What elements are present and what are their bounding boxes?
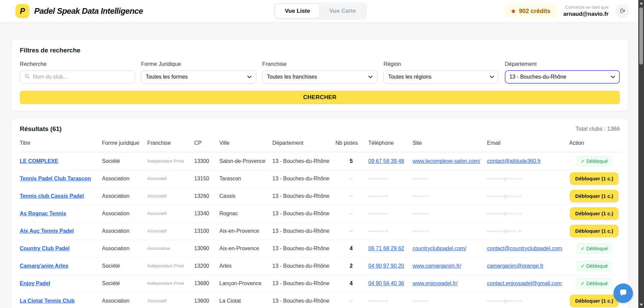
- unlocked-badge: ✓ Débloqué: [576, 156, 612, 167]
- cell-action: Débloquer (1 c.): [569, 170, 621, 187]
- departement-select[interactable]: 13 - Bouches-du-Rhône: [505, 70, 620, 84]
- pistes-value: 4: [350, 246, 353, 251]
- cell-franchise: Indépendant Privé: [147, 275, 194, 292]
- site-link[interactable]: www.camarganim.fr/: [413, 263, 461, 269]
- club-link[interactable]: Camarg'anim Arles: [20, 263, 68, 269]
- unlock-button[interactable]: Débloquer (1 c.): [570, 225, 619, 237]
- search-input[interactable]: [33, 74, 130, 80]
- col-header-action: Action: [569, 140, 621, 152]
- club-link[interactable]: La Ciotat Tennis Club: [20, 298, 74, 304]
- cell-telephone: 04 90 97 90 20: [368, 257, 413, 275]
- scrollbar-down-icon[interactable]: [640, 304, 643, 306]
- cell-nb-pistes: 4: [335, 240, 368, 257]
- club-link[interactable]: As Rognac Tennis: [20, 211, 66, 216]
- cell-titre: Aix Auc Tennis Padel: [20, 222, 102, 240]
- masked-phone: ••••••••••: [368, 299, 389, 304]
- table-row: Tennis Padel Club TarasconAssociationAss…: [20, 170, 621, 187]
- email-link[interactable]: contact@altitude360.fr: [487, 158, 541, 164]
- chevron-down-icon: [611, 74, 615, 80]
- cell-nb-pistes: ••: [335, 222, 368, 240]
- cell-email: contact@altitude360.fr: [487, 152, 569, 170]
- cell-forme-juridique: Association: [102, 170, 147, 187]
- franchise-value: Toutes les franchises: [267, 74, 368, 80]
- phone-link[interactable]: 06 71 68 29 62: [368, 246, 404, 251]
- chat-widget-button[interactable]: [613, 283, 633, 303]
- unlock-button[interactable]: Débloquer (1 c.): [570, 172, 619, 185]
- chat-bubble-icon: [619, 288, 628, 299]
- cell-telephone: ••••••••••: [368, 205, 413, 222]
- club-link[interactable]: Country Club Padel: [20, 246, 69, 251]
- franchise-select[interactable]: Toutes les franchises: [262, 70, 377, 84]
- cell-site: ••••••••: [413, 222, 487, 240]
- cell-forme-juridique: Société: [102, 152, 147, 170]
- view-switcher: Vue Liste Vue Carte: [274, 3, 367, 19]
- table-row: Camarg'anim ArlesSociétéIndépendant Priv…: [20, 257, 621, 275]
- masked-pistes: ••: [349, 299, 353, 304]
- club-link[interactable]: Aix Auc Tennis Padel: [20, 228, 74, 234]
- site-link[interactable]: www.enjoypadel.fr/: [413, 280, 458, 286]
- table-row: La Ciotat Tennis ClubAssociationAssociat…: [20, 292, 621, 308]
- club-link[interactable]: Enjoy Padel: [20, 280, 50, 286]
- site-link[interactable]: www.lecomplexe-salon.com/: [413, 158, 480, 164]
- phone-link[interactable]: 04 90 56 40 36: [368, 280, 404, 286]
- table-row: Enjoy PadelSociétéIndépendant Privé13680…: [20, 275, 621, 292]
- cell-email: ••••••••@••••.••: [487, 205, 569, 222]
- cell-titre: Country Club Padel: [20, 240, 102, 257]
- club-link[interactable]: LE COMPLEXE: [20, 158, 58, 164]
- email-link[interactable]: camarganim@orange.fr: [487, 263, 543, 269]
- cell-departement: 13 - Bouches-du-Rhône: [272, 222, 335, 240]
- cell-ville: Aix-en-Provence: [219, 222, 272, 240]
- chercher-button[interactable]: CHERCHER: [20, 91, 620, 104]
- masked-email: ••••••••@••••.••: [487, 211, 522, 216]
- masked-phone: ••••••••••: [368, 211, 389, 216]
- cell-ville: Lançon-Provence: [219, 275, 272, 292]
- cell-site: ••••••••: [413, 170, 487, 187]
- email-link[interactable]: contact.enjoypadel@gmail.com: [487, 280, 562, 286]
- cell-action: Débloquer (1 c.): [569, 205, 621, 222]
- club-link[interactable]: Tennis club Cassis Padel: [20, 193, 84, 199]
- filters-panel: Filtres de recherche Recherche Forme Jur…: [11, 40, 628, 111]
- club-link[interactable]: Tennis Padel Club Tarascon: [20, 176, 91, 181]
- cell-ville: Salon-de-Provence: [219, 152, 272, 170]
- pistes-value: 4: [350, 280, 353, 286]
- phone-link[interactable]: 09 67 58 39 48: [368, 158, 404, 164]
- scrollbar-thumb[interactable]: [639, 7, 643, 64]
- col-header-ville: Ville: [219, 140, 272, 152]
- unlock-button[interactable]: Débloquer (1 c.): [570, 295, 619, 307]
- results-title: Résultats (61): [20, 125, 62, 133]
- cell-nb-pistes: ••: [335, 170, 368, 187]
- region-select[interactable]: Toutes les régions: [383, 70, 498, 84]
- col-header-telephone: Téléphone: [368, 140, 413, 152]
- logout-button[interactable]: [615, 4, 629, 18]
- phone-link[interactable]: 04 90 97 90 20: [368, 263, 404, 269]
- cell-action: ✓ Débloqué: [569, 257, 621, 275]
- tab-vue-liste[interactable]: Vue Liste: [275, 4, 319, 18]
- chevron-down-icon: [247, 74, 252, 80]
- forme-juridique-select[interactable]: Toutes les formes: [141, 70, 256, 84]
- unlock-button[interactable]: Débloquer (1 c.): [570, 207, 619, 220]
- cell-forme-juridique: Association: [102, 240, 147, 257]
- cell-cp: 13340: [194, 205, 219, 222]
- email-link[interactable]: contact@countryclubpadel.com: [487, 246, 562, 251]
- star-icon: ★: [511, 8, 516, 15]
- unlock-button[interactable]: Débloquer (1 c.): [570, 190, 619, 202]
- filters-title: Filtres de recherche: [20, 47, 620, 54]
- table-row: LE COMPLEXESociétéIndépendant Privé13300…: [20, 152, 621, 170]
- tab-vue-carte[interactable]: Vue Carte: [320, 4, 365, 18]
- cell-telephone: ••••••••••: [368, 292, 413, 308]
- window-scrollbar[interactable]: [638, 0, 644, 308]
- top-bar: P Padel Speak Data Intelligence Vue List…: [0, 0, 644, 23]
- credits-badge[interactable]: ★ 902 crédits: [505, 4, 556, 18]
- cell-departement: 13 - Bouches-du-Rhône: [272, 152, 335, 170]
- cell-telephone: ••••••••••: [368, 222, 413, 240]
- cell-franchise: Associatif: [147, 187, 194, 205]
- session-email: arnaud@navio.fr: [563, 10, 608, 18]
- masked-pistes: ••: [349, 176, 353, 181]
- session-info: Connecté en tant que arnaud@navio.fr: [563, 4, 608, 18]
- scrollbar-up-icon[interactable]: [640, 2, 643, 4]
- search-label: Recherche: [20, 61, 135, 67]
- masked-email: ••••••••@••••.••: [487, 299, 522, 304]
- cell-franchise: Associatif: [147, 222, 194, 240]
- region-label: Région: [383, 61, 498, 67]
- site-link[interactable]: countryclubpadel.com/: [413, 246, 466, 251]
